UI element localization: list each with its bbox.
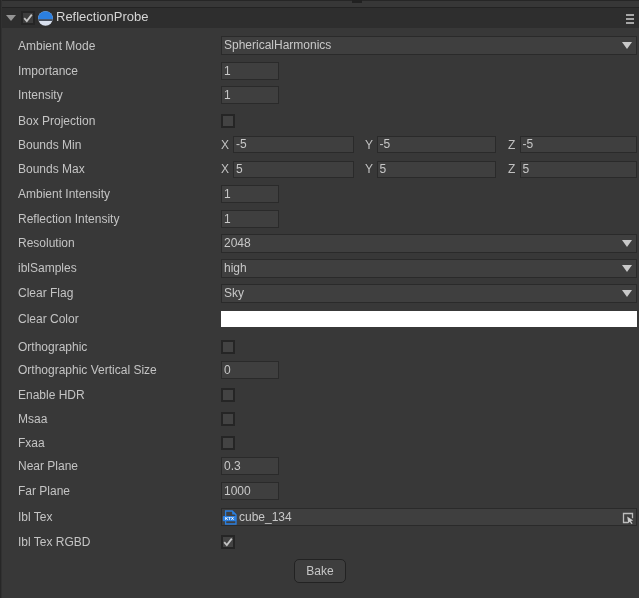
- svg-text:KTX: KTX: [225, 516, 234, 521]
